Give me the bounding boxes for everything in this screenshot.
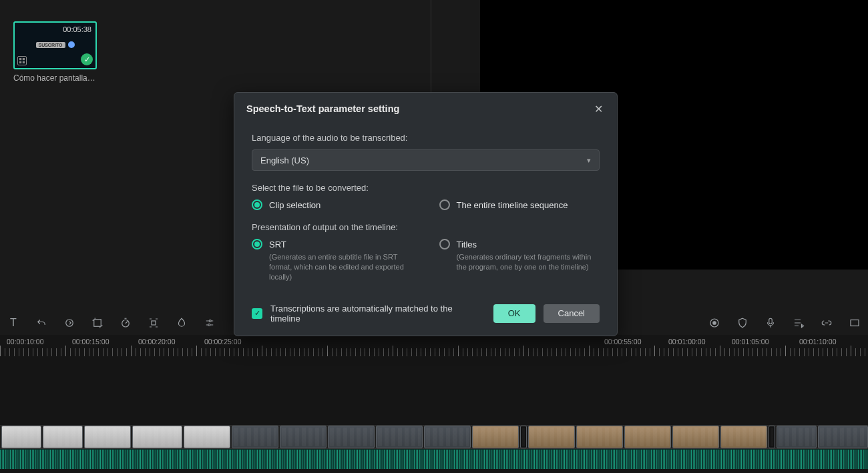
media-clip-thumbnail[interactable]: 00:05:38 SUSCRITO ✓ [13, 21, 97, 69]
radio-label: Titles [457, 240, 477, 250]
radio-icon [252, 239, 262, 250]
timeline[interactable]: 00:00:10:0000:00:15:0000:00:20:0000:00:2… [0, 335, 868, 473]
video-clip[interactable] [769, 426, 775, 448]
ruler-label: 00:01:05:00 [732, 338, 769, 346]
radio-label: Clip selection [269, 200, 320, 210]
ruler-label: 00:00:10:00 [7, 338, 43, 346]
clip-type-icon [17, 56, 27, 65]
chevron-down-icon: ▾ [587, 156, 591, 165]
video-clip[interactable] [280, 426, 327, 448]
language-value: English (US) [260, 155, 309, 165]
video-clip[interactable] [576, 426, 623, 448]
expand-icon[interactable] [848, 316, 861, 330]
auto-match-label: Transcriptions are automatically matched… [270, 304, 477, 324]
speed-icon[interactable] [119, 316, 132, 330]
color-icon[interactable] [175, 316, 188, 330]
clip-badge: SUSCRITO [35, 42, 65, 48]
ruler-label: 00:00:20:00 [138, 338, 175, 346]
radio-srt[interactable]: SRT [252, 239, 413, 250]
media-clip[interactable]: 00:05:38 SUSCRITO ✓ Cómo hacer pantallas… [13, 21, 97, 83]
undo-icon[interactable] [35, 316, 48, 330]
text-tool-icon[interactable]: T [7, 316, 20, 330]
svg-point-9 [208, 324, 210, 326]
dialog-title: Speech-to-Text parameter setting [246, 103, 399, 114]
language-label: Language of the audio to be transcribed: [252, 133, 600, 143]
radio-label: The entire timeline sequence [457, 200, 568, 210]
mic-icon[interactable] [764, 316, 777, 330]
svg-rect-5 [94, 320, 101, 327]
video-clip[interactable] [720, 426, 767, 448]
ruler-label: 00:00:55:00 [604, 338, 641, 346]
video-clip[interactable] [84, 426, 131, 448]
video-clip[interactable] [818, 426, 868, 448]
svg-rect-2 [19, 61, 21, 63]
radio-icon [439, 239, 450, 250]
cancel-button[interactable]: Cancel [544, 304, 600, 323]
timeline-ruler[interactable]: 00:00:10:0000:00:15:0000:00:20:0000:00:2… [0, 335, 868, 356]
audio-track[interactable] [0, 449, 868, 469]
srt-hint: (Generates an entire subtitle file in SR… [269, 252, 413, 282]
clip-duration: 00:05:38 [63, 25, 91, 33]
svg-point-4 [66, 320, 73, 327]
clip-name: Cómo hacer pantallas ... [13, 73, 97, 83]
link-icon[interactable] [820, 316, 833, 330]
video-clip[interactable] [424, 426, 471, 448]
close-icon[interactable]: ✕ [592, 102, 605, 115]
video-clip[interactable] [43, 426, 83, 448]
ruler-label: 00:00:15:00 [72, 338, 109, 346]
output-label: Presentation of output on the timeline: [252, 222, 600, 232]
crop-icon[interactable] [91, 316, 104, 330]
video-clip[interactable] [777, 426, 817, 448]
radio-icon [439, 199, 450, 210]
video-clip[interactable] [672, 426, 719, 448]
language-select[interactable]: English (US) ▾ [252, 149, 600, 171]
svg-point-11 [713, 322, 716, 325]
radio-clip-selection[interactable]: Clip selection [252, 199, 413, 210]
ruler-label: 00:00:25:00 [204, 338, 241, 346]
video-clip[interactable] [232, 426, 278, 448]
video-clip[interactable] [328, 426, 375, 448]
center-icon[interactable] [147, 316, 160, 330]
file-select-label: Select the file to be converted: [252, 183, 600, 193]
video-clip[interactable] [528, 426, 575, 448]
video-clip[interactable] [132, 426, 182, 448]
radio-titles[interactable]: Titles [439, 239, 600, 250]
dialog-header: Speech-to-Text parameter setting ✕ [234, 93, 617, 122]
video-clip[interactable] [1, 426, 41, 448]
shield-icon[interactable] [736, 316, 749, 330]
ruler-label: 00:01:00:00 [668, 338, 705, 346]
speech-to-text-dialog: Speech-to-Text parameter setting ✕ Langu… [234, 92, 618, 336]
audio-waveform [0, 450, 868, 469]
clip-dot-icon [68, 41, 75, 48]
auto-match-checkbox[interactable]: ✓ [252, 308, 262, 319]
ok-button[interactable]: OK [493, 304, 535, 323]
svg-rect-12 [769, 318, 773, 324]
record-icon[interactable] [708, 316, 721, 330]
radio-entire-timeline[interactable]: The entire timeline sequence [439, 199, 600, 210]
svg-rect-7 [152, 321, 156, 325]
svg-rect-3 [23, 61, 25, 63]
radio-label: SRT [269, 240, 286, 250]
redo-icon[interactable] [63, 316, 76, 330]
ruler-label: 00:01:10:00 [799, 338, 836, 346]
svg-rect-1 [23, 58, 25, 60]
video-clip[interactable] [472, 426, 519, 448]
video-clip[interactable] [624, 426, 671, 448]
video-clip[interactable] [376, 426, 423, 448]
video-track[interactable] [0, 425, 868, 449]
clip-check-icon: ✓ [81, 53, 93, 65]
radio-icon [252, 199, 262, 210]
playlist-icon[interactable] [792, 316, 805, 330]
clip-badges: SUSCRITO [35, 41, 74, 48]
video-clip[interactable] [184, 426, 230, 448]
video-clip[interactable] [520, 426, 527, 448]
track-area[interactable] [0, 425, 868, 473]
titles-hint: (Generates ordinary text fragments withi… [457, 252, 600, 272]
svg-rect-0 [19, 58, 21, 60]
svg-point-8 [209, 320, 211, 322]
svg-rect-13 [851, 320, 859, 326]
adjust-icon[interactable] [203, 316, 216, 330]
